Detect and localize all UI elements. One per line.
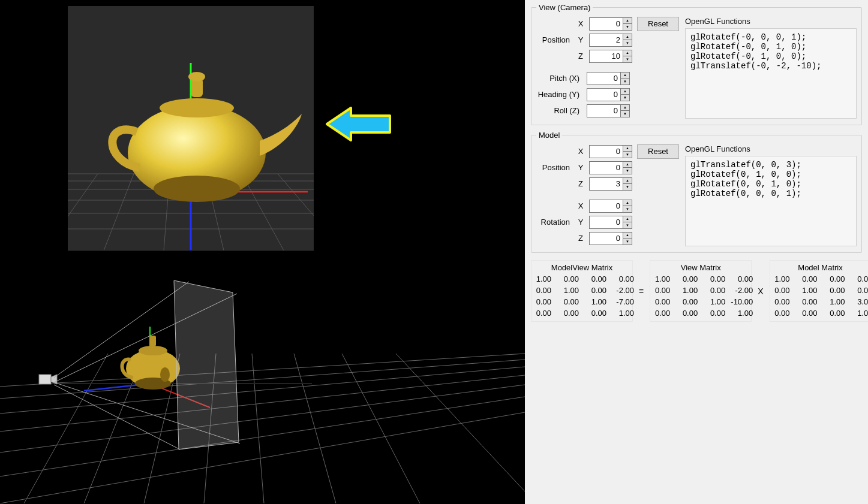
- spin-down-icon[interactable]: ▼: [623, 56, 632, 63]
- spin-down-icon[interactable]: ▼: [623, 23, 632, 31]
- model-z-label: Z: [577, 179, 584, 188]
- matrix-cell: 0.00: [702, 286, 726, 295]
- m-title: Model Matrix: [798, 261, 842, 274]
- spin-down-icon[interactable]: ▼: [623, 222, 632, 229]
- spin-down-icon[interactable]: ▼: [620, 110, 630, 117]
- matrix-cell: 0.00: [795, 309, 819, 318]
- model-rot-y-input[interactable]: [589, 216, 623, 229]
- spin-up-icon[interactable]: ▲: [623, 232, 632, 239]
- spin-down-icon[interactable]: ▼: [623, 151, 632, 158]
- v-title: View Matrix: [681, 261, 721, 274]
- model-pos-z-spinner[interactable]: ▲▼: [589, 177, 632, 191]
- matrix-cell: -7.00: [611, 297, 635, 306]
- matrix-cell: 0.00: [850, 274, 868, 283]
- spin-down-icon[interactable]: ▼: [623, 206, 632, 213]
- model-legend: Model: [536, 131, 562, 140]
- model-pos-y-input[interactable]: [589, 161, 623, 174]
- model-rot-y-spinner[interactable]: ▲▼: [589, 216, 632, 229]
- camera-viewport[interactable]: [68, 6, 314, 251]
- view-pitch-spinner[interactable]: ▲▼: [587, 72, 630, 85]
- spin-up-icon[interactable]: ▲: [623, 50, 632, 56]
- spin-up-icon[interactable]: ▲: [623, 161, 632, 168]
- viewport-panel: [0, 0, 525, 504]
- spin-down-icon[interactable]: ▼: [623, 183, 632, 191]
- view-pos-z-spinner[interactable]: ▲▼: [589, 50, 632, 63]
- spin-up-icon[interactable]: ▲: [620, 72, 630, 79]
- matrix-cell: 0.00: [647, 309, 671, 318]
- model-pos-x-input[interactable]: [589, 145, 623, 158]
- spin-up-icon[interactable]: ▲: [623, 17, 632, 24]
- matrix-cell: -2.00: [611, 286, 635, 295]
- matrix-cell: 1.00: [850, 309, 868, 318]
- view-roll-input[interactable]: [587, 104, 620, 117]
- view-heading-label: Heading (Y): [536, 90, 582, 99]
- view-z-label: Z: [577, 52, 584, 61]
- view-reset-button[interactable]: Reset: [637, 17, 679, 31]
- spin-down-icon[interactable]: ▼: [620, 94, 630, 101]
- matrix-cell: 0.00: [528, 309, 552, 318]
- v-grid: 1.000.000.000.000.001.000.00-2.000.000.0…: [647, 274, 754, 318]
- view-pos-x-spinner[interactable]: ▲▼: [589, 17, 632, 31]
- model-rot-z-spinner[interactable]: ▲▼: [589, 232, 632, 245]
- model-reset-button[interactable]: Reset: [637, 144, 679, 159]
- arrow-icon: [324, 105, 393, 143]
- view-y-label: Y: [577, 35, 584, 44]
- view-heading-input[interactable]: [587, 88, 620, 101]
- view-pos-x-input[interactable]: [589, 17, 623, 31]
- matrix-cell: 0.00: [767, 286, 791, 295]
- matrix-cell: 0.00: [702, 309, 726, 318]
- view-pos-z-input[interactable]: [589, 50, 623, 63]
- world-viewport[interactable]: [0, 258, 525, 503]
- matrix-cell: 0.00: [647, 297, 671, 306]
- view-roll-spinner[interactable]: ▲▼: [587, 104, 630, 117]
- view-func-box: glRotatef(-0, 0, 0, 1); glRotatef(-0, 0,…: [685, 28, 857, 119]
- matrix-cell: 0.00: [822, 274, 846, 283]
- model-rot-x-input[interactable]: [589, 200, 623, 213]
- model-position-label: Position: [536, 163, 572, 172]
- matrix-cell: 0.00: [528, 297, 552, 306]
- svg-rect-47: [39, 375, 51, 384]
- matrix-cell: -2.00: [730, 286, 754, 295]
- spin-up-icon[interactable]: ▲: [623, 200, 632, 206]
- spin-up-icon[interactable]: ▲: [620, 104, 630, 111]
- svg-rect-22: [0, 258, 525, 503]
- spin-up-icon[interactable]: ▲: [620, 88, 630, 95]
- matrix-cell: 0.00: [556, 274, 580, 283]
- camera-scene: [68, 6, 314, 251]
- matrix-cell: 0.00: [702, 274, 726, 283]
- controls-panel: View (Camera) X ▲▼ Reset Position Y: [525, 0, 868, 504]
- model-pos-x-spinner[interactable]: ▲▼: [589, 145, 632, 158]
- spin-up-icon[interactable]: ▲: [623, 216, 632, 222]
- view-pos-y-spinner[interactable]: ▲▼: [589, 34, 632, 47]
- model-rot-x-spinner[interactable]: ▲▼: [589, 200, 632, 213]
- spin-up-icon[interactable]: ▲: [623, 34, 632, 40]
- matrix-cell: 1.00: [584, 297, 608, 306]
- spin-down-icon[interactable]: ▼: [623, 238, 632, 245]
- matrix-cell: 0.00: [584, 274, 608, 283]
- model-func-title: OpenGL Functions: [685, 144, 857, 153]
- spin-up-icon[interactable]: ▲: [623, 145, 632, 152]
- view-pitch-input[interactable]: [587, 72, 620, 85]
- model-group: Model X ▲▼ Reset Position Y: [531, 131, 862, 253]
- spin-down-icon[interactable]: ▼: [620, 78, 630, 85]
- view-legend: View (Camera): [536, 3, 593, 12]
- model-pos-z-input[interactable]: [589, 177, 623, 191]
- view-x-label: X: [577, 19, 584, 28]
- view-pos-y-input[interactable]: [589, 34, 623, 47]
- matrix-cell: -10.00: [730, 297, 754, 306]
- model-rot-z-input[interactable]: [589, 232, 623, 245]
- spin-down-icon[interactable]: ▼: [623, 167, 632, 174]
- matrix-cell: 0.00: [822, 286, 846, 295]
- matrix-cell: 1.00: [767, 274, 791, 283]
- matrix-cell: 0.00: [556, 309, 580, 318]
- matrix-cell: 0.00: [647, 286, 671, 295]
- spin-up-icon[interactable]: ▲: [623, 177, 632, 184]
- model-matrix: Model Matrix 1.000.000.000.000.001.000.0…: [770, 260, 868, 322]
- matrix-cell: 0.00: [767, 297, 791, 306]
- view-position-label: Position: [536, 35, 572, 44]
- model-pos-y-spinner[interactable]: ▲▼: [589, 161, 632, 174]
- svg-point-18: [154, 176, 240, 202]
- model-y-label: Y: [577, 163, 584, 172]
- view-heading-spinner[interactable]: ▲▼: [587, 88, 630, 101]
- spin-down-icon[interactable]: ▼: [623, 40, 632, 47]
